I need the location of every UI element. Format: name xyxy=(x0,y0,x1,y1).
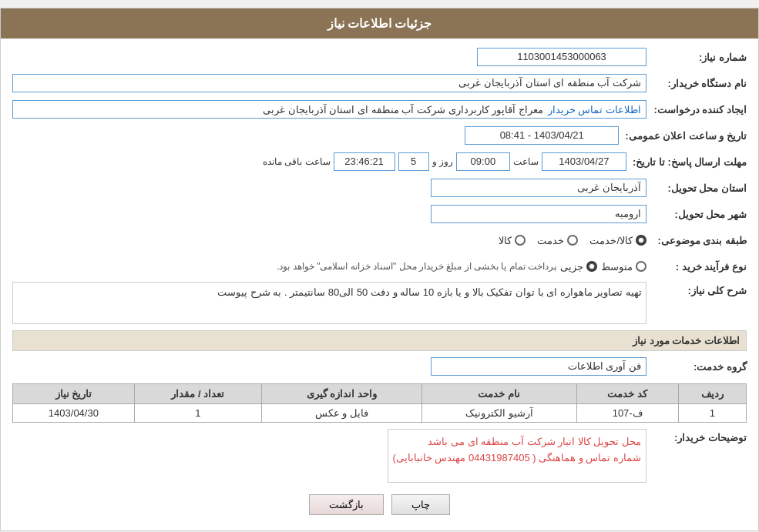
buyer-desc-line1: محل تحویل کالا انبار شرکت آب منطقه ای می… xyxy=(393,434,641,450)
col-quantity: تعداد / مقدار xyxy=(134,384,261,404)
day-label: روز و xyxy=(432,156,453,167)
col-date: تاریخ نیاز xyxy=(13,384,135,404)
buyer-desc-label: توضیحات خریدار: xyxy=(646,429,747,443)
buyer-desc-row: توضیحات خریدار: محل تحویل کالا انبار شرک… xyxy=(12,429,747,483)
deadline-time: 09:00 xyxy=(456,152,510,171)
buyer-desc-line2: شماره تماس و هماهنگی ( 04431987405 مهندس… xyxy=(393,450,641,467)
creator-label: ایجاد کننده درخواست: xyxy=(646,104,747,115)
services-table: ردیف کد خدمت نام خدمت واحد اندازه گیری ت… xyxy=(12,383,747,423)
city-label: شهر محل تحویل: xyxy=(646,209,747,220)
creator-link[interactable]: اطلاعات تماس خریدار xyxy=(548,104,641,115)
radio-kala-circle xyxy=(515,235,526,246)
city-row: شهر محل تحویل: ارومیه xyxy=(12,203,747,225)
buyer-row: نام دستگاه خریدار: شرکت آب منطقه ای استا… xyxy=(12,72,747,94)
deadline-date: 1403/04/27 xyxy=(542,152,626,171)
announce-value: 1403/04/21 - 08:41 xyxy=(465,126,619,145)
deadline-date-time: 1403/04/27 ساعت 09:00 روز و 5 23:46:21 س… xyxy=(12,152,626,171)
need-number-label: شماره نیاز: xyxy=(646,52,747,63)
radio-kala-khadamat[interactable]: کالا/خدمت xyxy=(589,235,646,246)
page-wrapper: جزئیات اطلاعات نیاز شماره نیاز: 11030014… xyxy=(0,8,759,531)
services-table-container: ردیف کد خدمت نام خدمت واحد اندازه گیری ت… xyxy=(12,383,747,423)
print-button[interactable]: چاپ xyxy=(391,494,450,515)
province-row: استان محل تحویل: آذربایجان غربی xyxy=(12,177,747,199)
radio-jozvi[interactable]: جزیی xyxy=(560,261,597,273)
need-number-value: 1103001453000063 xyxy=(477,48,646,66)
description-label: شرح کلی نیاز: xyxy=(646,282,747,296)
col-service-name: نام خدمت xyxy=(421,384,576,404)
cell-service_code: ف-107 xyxy=(576,404,678,423)
deadline-label: مهلت ارسال پاسخ: تا تاریخ: xyxy=(626,156,747,168)
service-group-row: گروه خدمت: فن آوری اطلاعات xyxy=(12,356,747,377)
province-value: آذربایجان غربی xyxy=(431,179,646,197)
description-value: تهیه تصاویر ماهواره ای با توان تفکیک بال… xyxy=(12,282,646,324)
page-title: جزئیات اطلاعات نیاز xyxy=(1,8,758,38)
category-row: طبقه بندی موضوعی: کالا/خدمت خدمت کالا xyxy=(12,229,747,251)
description-row: شرح کلی نیاز: تهیه تصاویر ماهواره ای با … xyxy=(12,282,747,324)
radio-khadamat[interactable]: خدمت xyxy=(537,235,578,246)
cell-row: 1 xyxy=(678,404,746,423)
col-row: ردیف xyxy=(678,384,746,404)
deadline-days: 5 xyxy=(398,152,429,171)
radio-jozvi-circle xyxy=(586,261,597,272)
radio-mottavaset-circle xyxy=(636,261,646,272)
need-number-row: شماره نیاز: 1103001453000063 xyxy=(12,46,747,68)
process-label: نوع فرآیند خرید : xyxy=(646,261,747,273)
radio-mottavaset[interactable]: متوسط xyxy=(601,261,646,273)
announce-label: تاریخ و ساعت اعلان عمومی: xyxy=(619,130,747,142)
province-label: استان محل تحویل: xyxy=(646,182,747,194)
cell-date: 1403/04/30 xyxy=(13,404,135,423)
process-desc: پرداخت تمام یا بخشی از مبلغ خریدار محل "… xyxy=(277,261,556,272)
col-service-code: کد خدمت xyxy=(576,384,678,404)
process-row: نوع فرآیند خرید : متوسط جزیی پرداخت تمام… xyxy=(12,256,747,277)
buyer-value: شرکت آب منطقه ای استان آذربایجان غربی xyxy=(12,74,646,92)
cell-quantity: 1 xyxy=(134,404,261,423)
category-radio-group: کالا/خدمت خدمت کالا xyxy=(12,235,646,246)
time-label: ساعت xyxy=(513,156,539,167)
buttons-row: چاپ بازگشت xyxy=(12,494,747,515)
table-row: 1ف-107آرشیو الکترونیکفایل و عکس11403/04/… xyxy=(13,404,747,423)
creator-row: ایجاد کننده درخواست: اطلاعات تماس خریدار… xyxy=(12,99,747,120)
creator-value-box: اطلاعات تماس خریدار معراج آقاپور کاربردا… xyxy=(12,100,646,119)
buyer-label: نام دستگاه خریدار: xyxy=(646,78,747,89)
services-section-header: اطلاعات خدمات مورد نیاز xyxy=(12,330,747,351)
radio-khadamat-circle xyxy=(567,235,578,246)
service-group-label: گروه خدمت: xyxy=(646,361,747,373)
city-value: ارومیه xyxy=(431,205,646,223)
col-unit: واحد اندازه گیری xyxy=(261,384,421,404)
remaining-label: ساعت باقی مانده xyxy=(263,156,331,167)
process-options: متوسط جزیی پرداخت تمام یا بخشی از مبلغ خ… xyxy=(12,261,646,273)
radio-kala[interactable]: کالا xyxy=(499,235,526,246)
category-label: طبقه بندی موضوعی: xyxy=(646,235,747,246)
back-button[interactable]: بازگشت xyxy=(309,494,384,515)
content-area: شماره نیاز: 1103001453000063 نام دستگاه … xyxy=(1,38,758,530)
buyer-desc-box: محل تحویل کالا انبار شرکت آب منطقه ای می… xyxy=(388,429,646,483)
cell-unit: فایل و عکس xyxy=(261,404,421,423)
deadline-row: مهلت ارسال پاسخ: تا تاریخ: 1403/04/27 سا… xyxy=(12,151,747,172)
cell-service_name: آرشیو الکترونیک xyxy=(421,404,576,423)
announce-row: تاریخ و ساعت اعلان عمومی: 1403/04/21 - 0… xyxy=(12,125,747,146)
service-group-value: فن آوری اطلاعات xyxy=(431,357,646,376)
deadline-remaining: 23:46:21 xyxy=(334,152,395,171)
radio-kala-khadamat-circle xyxy=(636,235,646,246)
